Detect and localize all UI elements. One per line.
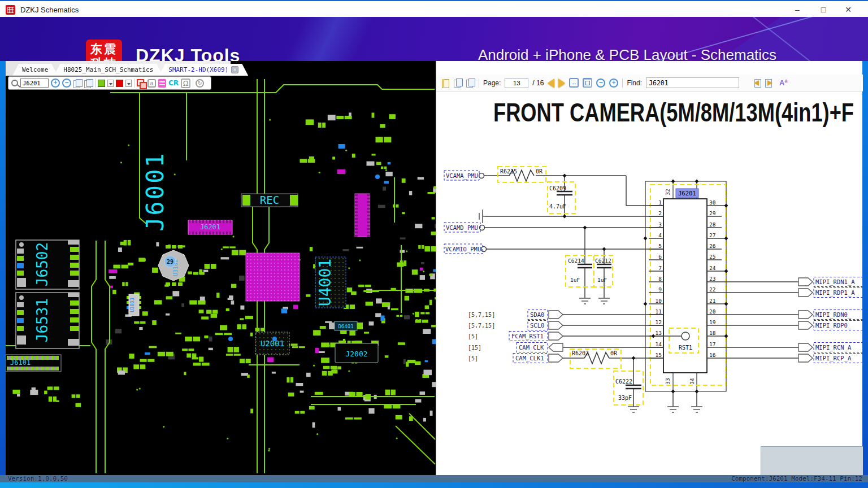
pcb-component-j6502[interactable]: J6502 [16, 240, 79, 289]
page-icon[interactable] [441, 79, 450, 88]
zoom-in-icon[interactable] [51, 79, 60, 88]
paste-page-icon[interactable] [84, 79, 93, 88]
pcb-part [409, 191, 412, 195]
highlight-overlap-icon[interactable] [137, 79, 145, 88]
junction-dot [695, 180, 699, 184]
pcb-part [310, 247, 313, 251]
pcb-part [420, 312, 424, 314]
pcb-component-j6531[interactable]: J6531 [16, 293, 79, 348]
pcb-part [422, 320, 428, 323]
sheet-ref: [15] [468, 345, 481, 351]
pcb-part [320, 326, 326, 329]
pcb-component-u4001[interactable]: U4001 [315, 257, 346, 308]
divider [95, 79, 96, 88]
pcb-canvas[interactable]: J6001 REC J6201 [6, 76, 436, 475]
pcb-part [231, 300, 235, 304]
pcb-part [182, 348, 188, 351]
maximize-button[interactable]: □ [815, 3, 832, 16]
pcb-part [318, 123, 322, 128]
pin-number-34: 34 [689, 378, 695, 385]
junction-dot [724, 237, 728, 241]
prev-page-icon[interactable] [548, 79, 554, 88]
sheet-ref: [5] [468, 355, 478, 361]
pin-number: 16 [709, 352, 716, 358]
close-button[interactable]: ✕ [840, 3, 857, 16]
pcb-component-j6101[interactable]: J6101 [6, 355, 61, 372]
pcb-part [319, 172, 320, 173]
pcb-part [426, 312, 429, 314]
fit-page-icon[interactable] [583, 78, 592, 88]
pcb-component-magenta-connector[interactable] [355, 194, 370, 237]
pcb-component-d6401[interactable]: D6401 [329, 321, 363, 330]
pcb-component-j6001[interactable]: J6001 [141, 151, 169, 231]
copy-page-prev-icon[interactable] [454, 79, 462, 87]
pcb-part [421, 262, 424, 264]
pcb-part [406, 361, 409, 367]
pcb-part [306, 294, 310, 297]
tab-h8025-main-sch-schmatics[interactable]: H8025_Main_SCH_Schmatics [54, 64, 163, 76]
font-size-icon[interactable]: Aa [779, 78, 787, 87]
pcb-component-j6201-selected[interactable]: J6201 [188, 220, 232, 234]
pcb-part [292, 346, 298, 348]
net-label-vcama-pmu[interactable]: VCAMA_PMU [444, 171, 479, 180]
pcb-part [199, 272, 205, 275]
junction-dot [671, 390, 675, 394]
minimize-button[interactable]: – [789, 3, 806, 16]
pcb-label: U4001 [316, 259, 335, 306]
pcb-component-j2002[interactable]: J2002 [335, 341, 379, 363]
tab-smart-2-hd-x609-[interactable]: SMART-2-HD(X609)✕ [159, 64, 248, 76]
tab-close-icon[interactable]: ✕ [231, 66, 238, 73]
connector-ref-selected[interactable]: J6201 [676, 189, 698, 198]
pcb-part [199, 357, 203, 362]
pcb-part [250, 409, 253, 413]
net-label-text: VCAMA_PMU [446, 172, 478, 180]
pcb-component-magenta-chip[interactable] [246, 253, 300, 301]
zoom-out-icon[interactable] [62, 79, 71, 88]
pcb-part [142, 311, 148, 316]
cr-mode-icon[interactable]: CR [168, 79, 179, 87]
part-ref: C6209 [549, 185, 566, 191]
pcb-component-u3003[interactable]: U3003 [127, 294, 141, 316]
pcb-label: J2002 [345, 350, 367, 358]
ohm-icon[interactable]: Ω [181, 79, 190, 88]
find-next-icon[interactable] [765, 79, 775, 88]
tab-label: H8025_Main_SCH_Schmatics [63, 64, 153, 76]
find-input[interactable] [646, 77, 739, 88]
green-dropdown-icon[interactable] [107, 80, 114, 87]
next-page-icon[interactable] [558, 79, 565, 88]
green-layer-swatch[interactable] [98, 80, 105, 87]
page-number-input[interactable] [505, 78, 528, 88]
pcb-panel: WelcomeH8025_Main_SCH_SchmaticsSMART-2-H… [6, 61, 436, 475]
pcb-part [429, 300, 432, 306]
copy-page-icon[interactable] [73, 79, 82, 88]
pcb-part [424, 246, 430, 251]
net-label-vcamd-pmu[interactable]: VCAMD_PMU [444, 223, 480, 232]
tab-welcome[interactable]: Welcome [12, 64, 58, 76]
banner-tagline: Android + iPhone & PCB Layout - Schemati… [452, 46, 802, 61]
find-prev-icon[interactable] [751, 79, 761, 88]
annotation-a-icon[interactable]: a [147, 79, 156, 88]
marker-pink-icon[interactable] [158, 79, 166, 88]
pcb-part [390, 390, 396, 395]
zoom-out-icon[interactable] [596, 79, 605, 88]
pcb-part [224, 333, 232, 335]
schematic-title: FRONT CAMERA(5M/8M/13M(4in1)+F [493, 98, 854, 127]
pcb-part [315, 348, 319, 353]
zoom-in-icon[interactable] [609, 79, 618, 88]
fit-width-icon[interactable] [569, 78, 579, 88]
pin-number: 22 [709, 286, 715, 293]
brand-title: DZKJ Tools [136, 45, 240, 61]
copy-page-next-icon[interactable] [466, 79, 475, 87]
pcb-component-u2001[interactable]: U2001 [255, 332, 289, 355]
pcb-search-input[interactable] [20, 79, 49, 88]
schematic-panel: FRONT CAMERA(5M/8M/13M(4in1)+F VCAMA_PMU… [436, 61, 862, 475]
red-layer-swatch[interactable] [116, 80, 123, 87]
schematic-canvas[interactable]: FRONT CAMERA(5M/8M/13M(4in1)+F VCAMA_PMU… [436, 61, 863, 475]
red-dropdown-icon[interactable] [125, 80, 132, 87]
history-icon[interactable] [196, 79, 204, 88]
pcb-component-rec[interactable]: REC [241, 194, 298, 207]
net-label-vcamio-pmu[interactable]: VCAMIO_PMU [444, 244, 483, 254]
pcb-part [350, 304, 355, 309]
pcb-part [198, 300, 205, 305]
pcb-part [269, 119, 271, 121]
